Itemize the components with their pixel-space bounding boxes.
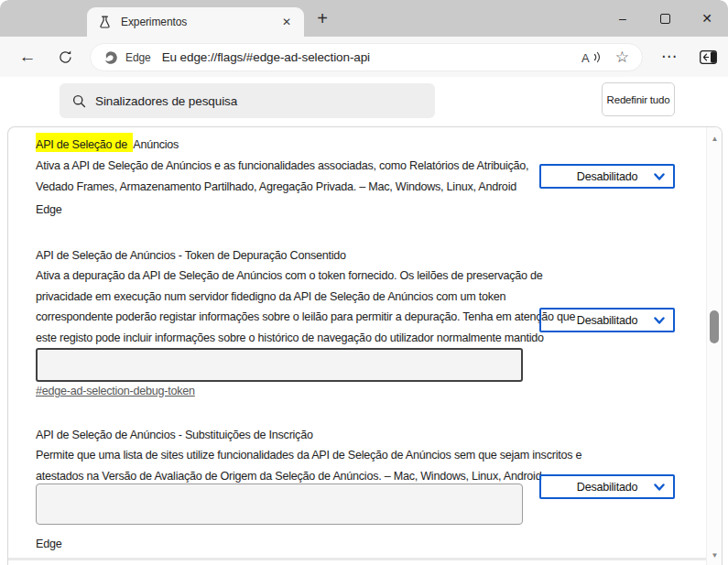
flag-title: API de Seleção de Anúncios - Token de De… <box>36 245 346 266</box>
copilot-sidebar-icon[interactable] <box>696 45 720 69</box>
search-flags-box[interactable] <box>60 83 435 118</box>
scroll-down-icon[interactable]: ▼ <box>707 551 723 560</box>
maximize-button[interactable] <box>644 0 686 37</box>
flags-page: Redefinir tudo API de Seleção de Anúncio… <box>0 77 728 565</box>
flag-description: Ativa a API de Seleção de Anúncios e as … <box>36 156 565 197</box>
toolbar: ← Edge Eu edge://flags/#edge-ad-selectio… <box>0 37 728 77</box>
scrollbar-thumb[interactable] <box>710 310 719 343</box>
reset-all-button[interactable]: Redefinir tudo <box>602 82 675 116</box>
chevron-down-icon <box>654 317 665 325</box>
debug-token-input[interactable] <box>36 348 523 382</box>
flag-description: Permite que uma lista de sites utilize f… <box>36 445 585 486</box>
tab-experimentos[interactable]: Experimentos ✕ <box>87 7 304 37</box>
flask-icon <box>98 16 112 29</box>
new-tab-button[interactable]: + <box>310 5 335 31</box>
search-input[interactable] <box>95 94 397 108</box>
flag-state-dropdown[interactable]: Desabilitado <box>539 474 675 499</box>
row-divider <box>8 558 723 560</box>
flag-state-dropdown[interactable]: Desabilitado <box>539 308 675 332</box>
browser-window: Experimentos ✕ + – ✕ ← Edge Eu edge://fl… <box>0 0 728 565</box>
read-aloud-icon[interactable]: A <box>581 50 601 64</box>
tab-title: Experimentos <box>121 16 187 28</box>
favorites-star-icon[interactable]: ☆ <box>615 49 629 65</box>
window-controls: – ✕ <box>602 0 728 37</box>
scroll-up-icon[interactable]: ▲ <box>707 135 723 143</box>
svg-text:A: A <box>581 51 590 65</box>
flag-title: API de Seleção de Anúncios <box>36 135 179 156</box>
flags-list-card: API de Seleção de Anúncios Ativa a API d… <box>7 126 723 565</box>
edge-logo-icon <box>103 50 118 65</box>
scrollbar[interactable]: ▲ ▼ <box>706 127 722 565</box>
address-bar[interactable]: Edge Eu edge://flags/#edge-ad-selection-… <box>90 43 643 71</box>
enrollment-overrides-input[interactable] <box>36 484 523 525</box>
flag-owner: Edge <box>36 534 61 555</box>
maximize-icon <box>660 14 670 24</box>
site-label: Edge <box>125 51 151 64</box>
url-text: Eu edge://flags/#edge-ad-selection-api <box>162 50 370 64</box>
close-button[interactable]: ✕ <box>686 0 728 37</box>
chevron-down-icon <box>654 484 665 492</box>
settings-more-icon[interactable]: ⋯ <box>657 44 681 68</box>
flag-title: API de Seleção de Anúncios - Substituiçõ… <box>36 425 313 446</box>
flag-anchor-link[interactable]: #edge-ad-selection-debug-token <box>36 385 195 397</box>
chevron-down-icon <box>654 173 665 181</box>
tab-strip: Experimentos ✕ + – ✕ <box>0 0 728 37</box>
flag-state-dropdown[interactable]: Desabilitado <box>539 164 675 189</box>
flag-owner: Edge <box>36 200 61 221</box>
search-icon <box>72 94 86 108</box>
minimize-button[interactable]: – <box>602 0 644 37</box>
tab-close-icon[interactable]: ✕ <box>278 14 295 30</box>
refresh-button[interactable] <box>53 45 77 69</box>
back-button[interactable]: ← <box>16 45 39 69</box>
search-highlight: API de Seleção de <box>36 133 133 152</box>
